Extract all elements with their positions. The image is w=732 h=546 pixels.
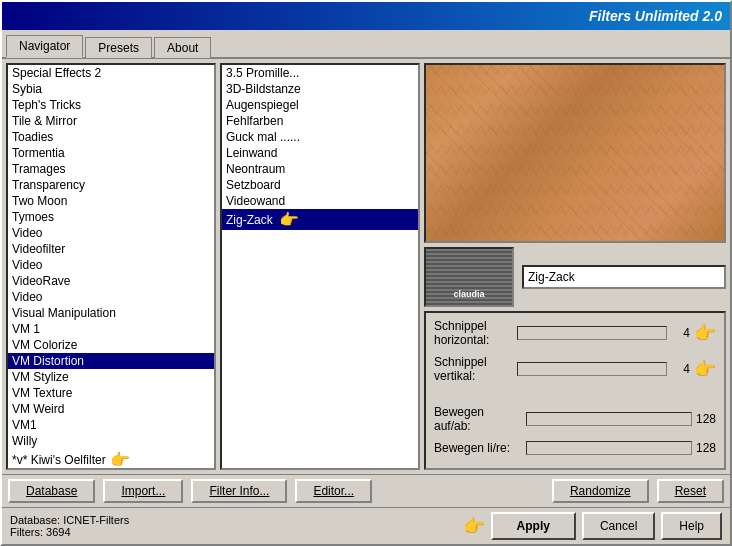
filter-item[interactable]: Guck mal ...... xyxy=(222,129,418,145)
right-panel: claudia Zig-Zack Schnippel horizontal: 4… xyxy=(424,63,726,470)
list-item-selected[interactable]: VM Distortion xyxy=(8,353,214,369)
list-item[interactable]: Video xyxy=(8,225,214,241)
filter-item[interactable]: 3.5 Promille... xyxy=(222,65,418,81)
list-item[interactable]: Willy xyxy=(8,433,214,449)
list-item[interactable]: Tymoes xyxy=(8,209,214,225)
filter-item[interactable]: Fehlfarben xyxy=(222,113,418,129)
list-item[interactable]: VM Colorize xyxy=(8,337,214,353)
list-item[interactable]: Two Moon xyxy=(8,193,214,209)
list-item[interactable]: VM Weird xyxy=(8,401,214,417)
randomize-button[interactable]: Randomize xyxy=(552,479,649,503)
controls-area: Schnippel horizontal: 4 👉 Schnippel vert… xyxy=(424,311,726,470)
list-item[interactable]: VM 1 xyxy=(8,321,214,337)
title-bar: Filters Unlimited 2.0 xyxy=(2,2,730,30)
control-value-3: 128 xyxy=(696,412,716,426)
list-item[interactable]: Transparency xyxy=(8,177,214,193)
preview-image xyxy=(424,63,726,243)
spacer xyxy=(434,391,716,397)
list-item[interactable]: Toadies xyxy=(8,129,214,145)
bottom-buttons: 👉 Apply Cancel Help xyxy=(463,512,722,540)
tab-bar: Navigator Presets About xyxy=(2,30,730,59)
tab-navigator[interactable]: Navigator xyxy=(6,35,83,58)
filter-name-display: Zig-Zack xyxy=(522,265,726,289)
filter-info-button[interactable]: Filter Info... xyxy=(191,479,287,503)
bottom-bar: Database: ICNET-Filters Filters: 3694 👉 … xyxy=(2,507,730,544)
control-value-2: 4 xyxy=(671,362,690,376)
tab-presets[interactable]: Presets xyxy=(85,37,152,58)
thumb-inner: claudia xyxy=(426,249,512,305)
hand-icon-2: 👉 xyxy=(694,358,716,380)
control-row-3: Bewegen auf/ab: 128 xyxy=(434,405,716,433)
list-item[interactable]: Visual Manipulation xyxy=(8,305,214,321)
control-row-1: Schnippel horizontal: 4 👉 xyxy=(434,319,716,347)
control-label-2: Schnippel vertikal: xyxy=(434,355,513,383)
hand-icon-kiwi: 👉 xyxy=(110,450,130,469)
list-item[interactable]: VM Stylize xyxy=(8,369,214,385)
filter-item[interactable]: 3D-Bildstanze xyxy=(222,81,418,97)
list-item[interactable]: Sybia xyxy=(8,81,214,97)
list-item[interactable]: Tormentia xyxy=(8,145,214,161)
list-item-kiwi[interactable]: *v* Kiwi's Oelfilter 👉 xyxy=(8,449,214,470)
list-item[interactable]: Special Effects 2 xyxy=(8,65,214,81)
hand-icon-filter: 👉 xyxy=(279,210,299,229)
control-value-4: 128 xyxy=(696,441,716,455)
list-item[interactable]: VideoRave xyxy=(8,273,214,289)
slider-3[interactable] xyxy=(526,412,692,426)
filter-item[interactable]: Leinwand xyxy=(222,145,418,161)
thumbnail: claudia xyxy=(424,247,514,307)
action-bar: Database Import... Filter Info... Editor… xyxy=(2,474,730,507)
slider-2[interactable] xyxy=(517,362,667,376)
list-item[interactable]: VM Texture xyxy=(8,385,214,401)
list-item[interactable]: Video xyxy=(8,257,214,273)
control-row-4: Bewegen li/re: 128 xyxy=(434,441,716,455)
status-database: Database: ICNET-Filters xyxy=(10,514,463,526)
database-button[interactable]: Database xyxy=(8,479,95,503)
middle-panel: 3.5 Promille... 3D-Bildstanze Augenspieg… xyxy=(220,63,420,470)
thumb-label: claudia xyxy=(453,289,484,299)
left-panel: Special Effects 2 Sybia Teph's Tricks Ti… xyxy=(6,63,216,470)
list-item[interactable]: Tile & Mirror xyxy=(8,113,214,129)
preview-thumb-area: claudia Zig-Zack xyxy=(424,247,726,307)
control-label-3: Bewegen auf/ab: xyxy=(434,405,522,433)
reset-button[interactable]: Reset xyxy=(657,479,724,503)
cancel-button[interactable]: Cancel xyxy=(582,512,655,540)
hand-icon-1: 👉 xyxy=(694,322,716,344)
control-row-2: Schnippel vertikal: 4 👉 xyxy=(434,355,716,383)
list-item[interactable]: Video xyxy=(8,289,214,305)
main-window: Filters Unlimited 2.0 Navigator Presets … xyxy=(0,0,732,546)
app-title: Filters Unlimited 2.0 xyxy=(589,8,722,24)
list-item[interactable]: Videofilter xyxy=(8,241,214,257)
control-label-4: Bewegen li/re: xyxy=(434,441,522,455)
filter-item-selected[interactable]: Zig-Zack 👉 xyxy=(222,209,418,230)
slider-4[interactable] xyxy=(526,441,692,455)
list-item[interactable]: VM1 xyxy=(8,417,214,433)
slider-1[interactable] xyxy=(517,326,667,340)
status-area: Database: ICNET-Filters Filters: 3694 xyxy=(10,514,463,538)
svg-rect-0 xyxy=(426,65,724,241)
control-value-1: 4 xyxy=(671,326,690,340)
content-area: Special Effects 2 Sybia Teph's Tricks Ti… xyxy=(2,59,730,474)
filter-item[interactable]: Videowand xyxy=(222,193,418,209)
import-button[interactable]: Import... xyxy=(103,479,183,503)
filter-item[interactable]: Setzboard xyxy=(222,177,418,193)
status-filters: Filters: 3694 xyxy=(10,526,463,538)
list-item[interactable]: Tramages xyxy=(8,161,214,177)
filter-item[interactable]: Neontraum xyxy=(222,161,418,177)
hand-icon-apply: 👉 xyxy=(463,515,485,537)
tab-about[interactable]: About xyxy=(154,37,211,58)
apply-button[interactable]: Apply xyxy=(491,512,576,540)
editor-button[interactable]: Editor... xyxy=(295,479,372,503)
list-item[interactable]: Teph's Tricks xyxy=(8,97,214,113)
help-button[interactable]: Help xyxy=(661,512,722,540)
filter-item[interactable]: Augenspiegel xyxy=(222,97,418,113)
control-label-1: Schnippel horizontal: xyxy=(434,319,513,347)
